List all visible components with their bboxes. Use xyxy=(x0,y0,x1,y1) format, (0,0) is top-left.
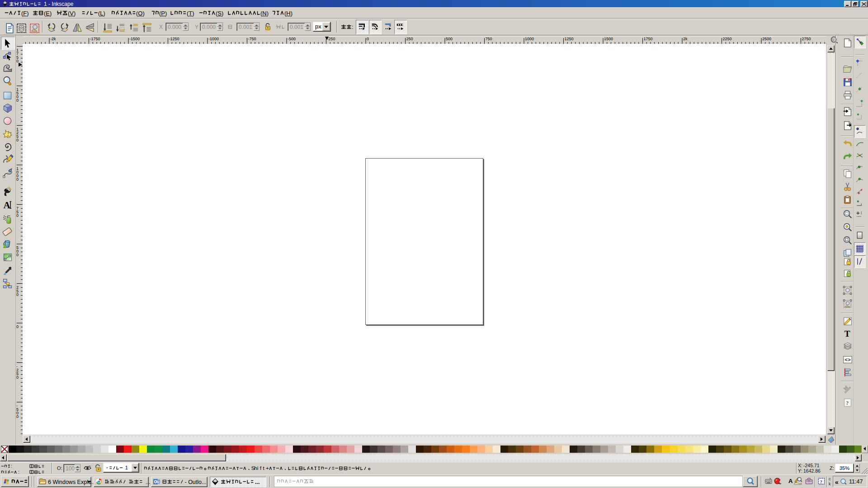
svg-text:f: f xyxy=(260,465,262,470)
svg-text:250: 250 xyxy=(406,37,413,41)
svg-text:?: ? xyxy=(820,479,823,484)
svg-text:-1250: -1250 xyxy=(169,37,179,41)
svg-text:0: 0 xyxy=(16,375,19,380)
svg-text:i: i xyxy=(257,465,259,470)
svg-text:1250: 1250 xyxy=(565,37,574,41)
svg-text:A: A xyxy=(3,200,10,210)
svg-text:2500: 2500 xyxy=(762,37,771,41)
svg-text:+: + xyxy=(266,465,269,470)
svg-text:0: 0 xyxy=(16,213,19,218)
svg-text:-1750: -1750 xyxy=(90,37,100,41)
svg-text:2250: 2250 xyxy=(723,37,732,41)
svg-text:-2k: -2k xyxy=(50,37,56,41)
svg-text:0: 0 xyxy=(16,59,19,63)
svg-text:750: 750 xyxy=(486,37,492,41)
svg-text:1000: 1000 xyxy=(525,37,534,41)
svg-text:2k: 2k xyxy=(683,37,688,41)
svg-text:1500: 1500 xyxy=(604,37,613,41)
svg-text:t: t xyxy=(263,465,265,470)
svg-text:0: 0 xyxy=(16,414,19,419)
svg-text:0: 0 xyxy=(367,37,369,41)
svg-text:-1000: -1000 xyxy=(208,37,219,41)
svg-text:?: ? xyxy=(846,400,849,406)
svg-text:0: 0 xyxy=(16,177,19,182)
svg-text:T: T xyxy=(844,329,850,338)
svg-text:2750: 2750 xyxy=(802,37,811,41)
svg-text:0: 0 xyxy=(16,98,19,103)
svg-text:500: 500 xyxy=(446,37,453,41)
svg-text:-500: -500 xyxy=(288,37,296,41)
svg-text:-1500: -1500 xyxy=(129,37,140,41)
svg-text:0: 0 xyxy=(16,324,19,329)
svg-text:1: 1 xyxy=(125,465,128,470)
svg-text:0: 0 xyxy=(16,292,19,297)
svg-text:A: A xyxy=(788,478,793,484)
svg-text:0: 0 xyxy=(16,253,19,257)
svg-text:1750: 1750 xyxy=(644,37,653,41)
svg-text:-750: -750 xyxy=(248,37,256,41)
svg-text:<>: <> xyxy=(845,357,851,363)
svg-text:0: 0 xyxy=(16,138,19,142)
